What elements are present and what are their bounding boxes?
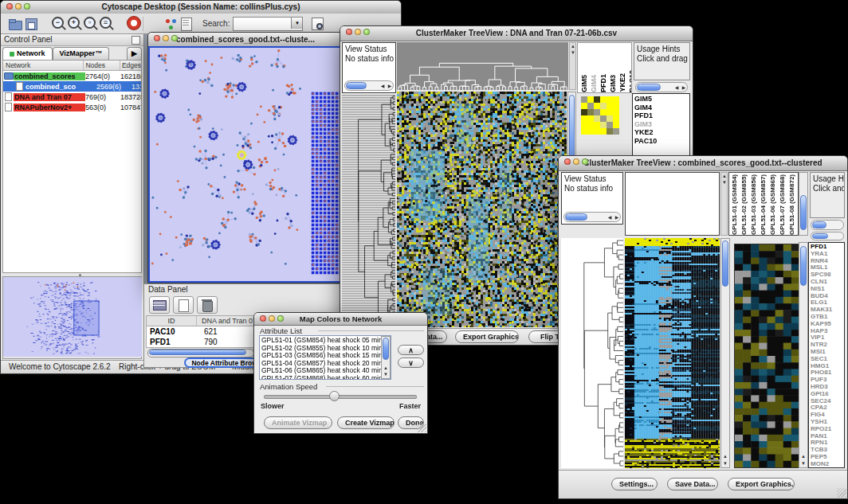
tv2-label-scroll-strip[interactable]: ▲ ▼ <box>720 172 728 236</box>
zoom-out-icon[interactable]: − <box>50 16 66 32</box>
move-up-button[interactable]: ∧ <box>398 345 424 355</box>
dialog-window-controls[interactable] <box>260 315 284 322</box>
search-dropdown-icon[interactable]: ▼ <box>291 18 302 29</box>
scroll-right-icon[interactable]: ▶ <box>386 83 394 89</box>
tv2-heatmap[interactable] <box>625 238 720 468</box>
attribute-list-item[interactable]: GPL51-01 (GSM854) heat shock 05 min <box>261 337 389 345</box>
network-view-titlebar[interactable]: combined_scores_good.txt--cluste... <box>148 33 343 47</box>
treeview2-window-controls[interactable] <box>564 158 588 165</box>
tv2-hints-scrollbar[interactable] <box>811 220 844 230</box>
tab-overflow-icon[interactable]: ▶ <box>127 47 142 60</box>
data-panel-hscrollbar[interactable] <box>147 349 254 357</box>
column-label[interactable]: GIM5 <box>580 75 588 92</box>
save-session-icon[interactable] <box>23 16 39 32</box>
scrollbar-thumb[interactable] <box>149 350 246 355</box>
tv1-label-scroll-strip[interactable]: ▲ ▼ <box>569 42 576 90</box>
attribute-list-item[interactable]: GPL51-04 (GSM857) heat shock 20 min <box>261 360 389 368</box>
treeview2-titlebar[interactable]: ClusterMaker TreeView : combined_scores_… <box>559 156 847 171</box>
network-list-row[interactable]: combined_scores 2764(0) 16218(0) <box>3 71 141 81</box>
treeview1-titlebar[interactable]: ClusterMaker TreeView : DNA and Tran 07-… <box>340 26 693 41</box>
tab-vizmapper[interactable]: VizMapper™ <box>53 47 110 60</box>
open-session-icon[interactable] <box>7 16 23 32</box>
network-list-row[interactable]: DNA and Tran 07 769(0) 183728(0) <box>3 92 141 102</box>
column-label[interactable]: YKE2 <box>618 73 626 92</box>
resize-grip[interactable] <box>837 488 846 498</box>
gene-label[interactable]: GIM3 <box>634 120 688 129</box>
attribute-list-scrollbar[interactable]: ▲ ▼ <box>381 336 391 379</box>
tv1-column-dendrogram[interactable] <box>397 42 568 90</box>
scroll-down-icon[interactable]: ▼ <box>799 460 807 467</box>
tv2-genelist-hscrollbar[interactable] <box>811 232 844 240</box>
network-list-row[interactable]: RNAPuberNov2+ 563(0) 107847(0) <box>3 102 141 112</box>
network-canvas[interactable] <box>150 48 341 281</box>
window-controls[interactable] <box>6 3 30 10</box>
network-overview-canvas[interactable] <box>3 277 142 357</box>
annotation-icon[interactable] <box>179 16 194 32</box>
zoom-in-icon[interactable]: + <box>66 16 82 32</box>
speed-slider-thumb[interactable] <box>329 391 340 401</box>
gene-label[interactable]: PFD1 <box>634 111 688 120</box>
tv2-vscrollbar[interactable]: ▲ ▼ <box>720 238 730 468</box>
search-combobox[interactable]: ▼ <box>233 17 303 31</box>
attribute-list-item[interactable]: GPL51-03 (GSM856) heat shock 15 min <box>261 352 389 360</box>
gene-label[interactable]: MON2 <box>811 461 842 468</box>
attribute-select-icon[interactable] <box>149 296 170 314</box>
gene-label[interactable]: PAC10 <box>634 137 688 146</box>
column-label[interactable]: GPL51-07 (GSM868) <box>779 174 786 235</box>
gene-label[interactable]: GIM4 <box>634 104 688 112</box>
scroll-right-icon[interactable]: ▶ <box>613 214 621 221</box>
delete-attribute-icon[interactable] <box>197 296 218 314</box>
gene-label[interactable]: GIM5 <box>634 95 688 104</box>
speed-slider-track[interactable] <box>264 395 417 399</box>
export-graphics-button[interactable]: Export Graphics... <box>728 478 795 490</box>
scrollbar-thumb[interactable] <box>812 233 828 239</box>
attribute-list-item[interactable]: GPL51-07 (GSM868) heat shock 60 min <box>261 375 389 380</box>
column-label[interactable]: PAC10 <box>628 70 632 92</box>
tab-network[interactable]: Network <box>2 47 53 60</box>
scroll-down-icon[interactable]: ▼ <box>569 49 577 56</box>
search-input[interactable] <box>234 18 292 29</box>
gene-label[interactable]: YKE2 <box>634 128 688 137</box>
dialog-titlebar[interactable]: Map Colors to Network <box>254 313 427 326</box>
tv1-zoom-heatmap[interactable] <box>581 96 619 135</box>
scroll-up-icon[interactable]: ▲ <box>720 173 728 179</box>
scrollbar-thumb[interactable] <box>800 246 807 286</box>
network-window-controls[interactable] <box>154 35 178 41</box>
scrollbar-thumb[interactable] <box>637 84 661 91</box>
attribute-list-item[interactable]: GPL51-02 (GSM855) heat shock 10 min <box>261 345 389 353</box>
column-label[interactable]: GPL51-08 (GSM872) <box>788 174 795 235</box>
network-overview[interactable] <box>2 276 142 359</box>
column-label[interactable]: GPL51-06 (GSM865) <box>769 174 776 235</box>
float-panel-icon[interactable] <box>132 36 140 45</box>
animate-vizmap-button[interactable]: Animate Vizmap <box>264 416 332 429</box>
tv2-genelist-vscrollbar[interactable]: ▲ ▼ <box>799 242 808 468</box>
move-down-button[interactable]: ∨ <box>398 357 424 368</box>
scroll-up-icon[interactable]: ▲ <box>799 453 807 459</box>
column-label[interactable]: GPL51-02 (GSM855) <box>740 174 748 235</box>
scroll-right-icon[interactable]: ▶ <box>680 84 688 91</box>
scroll-down-icon[interactable]: ▼ <box>721 460 729 467</box>
tv2-labels-scrollbar[interactable] <box>799 172 808 236</box>
help-lifering-icon[interactable] <box>127 16 143 32</box>
vizmapper-icon[interactable] <box>163 16 179 32</box>
scroll-up-icon[interactable]: ▲ <box>721 453 729 459</box>
zoom-selected-icon[interactable]: ▫ <box>82 16 98 32</box>
network-list-row[interactable]: combined_sco 2569(6) 13112(15) <box>3 81 141 92</box>
column-label[interactable]: GPL51-04 (GSM857) <box>760 174 767 235</box>
attribute-list-item[interactable]: GPL51-06 (GSM865) heat shock 40 min <box>261 367 389 375</box>
create-vizmap-button[interactable]: Create Vizmap <box>337 416 395 429</box>
scrollbar-thumb[interactable] <box>812 221 826 229</box>
treeview1-window-controls[interactable] <box>346 29 370 35</box>
import-table-icon[interactable] <box>309 16 325 32</box>
settings-button[interactable]: Settings... <box>611 478 658 490</box>
export-graphics-button[interactable]: Export Graphics... <box>455 330 519 343</box>
scrollbar-thumb[interactable] <box>800 195 807 230</box>
scrollbar-thumb[interactable] <box>346 82 367 89</box>
column-label[interactable]: GPL51-03 (GSM856) <box>750 174 757 235</box>
tv1-hints-scrollbar[interactable]: ◀ ▶ <box>635 82 688 92</box>
scroll-up-icon[interactable]: ▲ <box>569 43 577 49</box>
tv2-status-scrollbar[interactable]: ◀ ▶ <box>563 212 621 222</box>
create-attribute-icon[interactable] <box>173 296 194 314</box>
resize-grip[interactable] <box>417 423 426 432</box>
column-label[interactable]: PFD1 <box>599 74 607 92</box>
